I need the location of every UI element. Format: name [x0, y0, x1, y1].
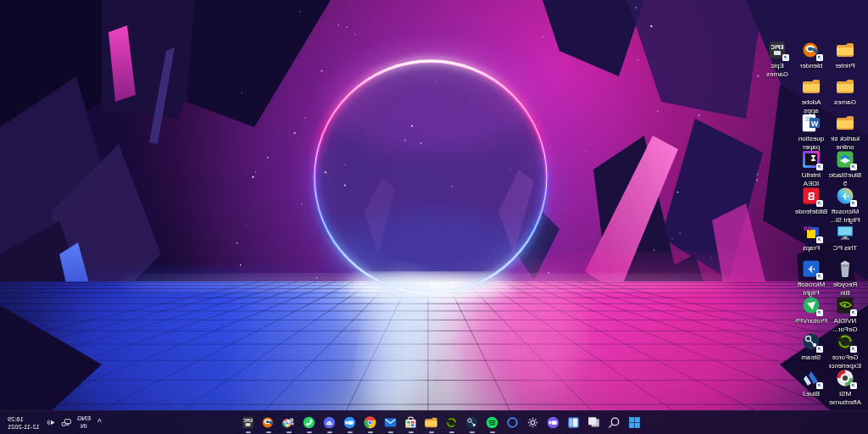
- desktop-icon-adobe-apps[interactable]: Adobe apps: [795, 76, 827, 114]
- shortcut-arrow-badge: [850, 382, 857, 389]
- desktop-icon-epic-games-launcher[interactable]: EPICEpic Games Launcher: [761, 40, 793, 79]
- volume-icon[interactable]: [45, 417, 56, 428]
- language-indicator[interactable]: ENG IN: [77, 415, 91, 430]
- spotify-button[interactable]: [482, 411, 503, 434]
- microsoft-store-button[interactable]: [401, 411, 421, 434]
- desktop-icon-question-paper-debe[interactable]: Wquestion paper debe...: [795, 113, 827, 152]
- nvidia-icon: [835, 295, 855, 315]
- shortcut-arrow-badge: [850, 346, 857, 353]
- msi-icon: [835, 368, 855, 388]
- blender-button[interactable]: [259, 411, 279, 434]
- bluej-icon: [801, 368, 821, 388]
- running-indicator: [266, 431, 271, 433]
- desktop-icon-msi-afterburner[interactable]: MSI Afterburner: [829, 368, 861, 406]
- geforce-button[interactable]: [442, 411, 462, 434]
- desktop-icon-games[interactable]: Games: [829, 76, 861, 107]
- desktop-icon-this-pc[interactable]: This PC: [829, 222, 861, 253]
- cameraapp-icon: [547, 415, 561, 430]
- desktop-icon-label: Bitdefender: [795, 208, 827, 216]
- explorer-icon: [425, 415, 439, 430]
- shortcut-arrow-badge: [816, 346, 823, 353]
- shortcut-arrow-badge: [782, 54, 789, 61]
- steam-icon: [801, 331, 821, 352]
- desktop-icon-label: Games: [829, 98, 861, 107]
- desktop-icon-recycle-bin[interactable]: Recycle Bin: [829, 259, 861, 297]
- geforce-icon: [835, 331, 855, 352]
- zoom-button[interactable]: [340, 411, 360, 434]
- widgets-icon: [567, 415, 581, 430]
- settings-button[interactable]: [523, 411, 543, 434]
- system-tray: ^ ENG IN 16:29 12-11-2021: [2, 411, 108, 434]
- folder-icon: [801, 76, 821, 97]
- desktop-icon-steam[interactable]: Steam: [795, 331, 827, 362]
- desktop-icon-blender[interactable]: blender: [795, 40, 827, 70]
- camera-app-button[interactable]: [543, 411, 564, 434]
- folder-icon: [835, 40, 855, 60]
- desktop-icon-bluej[interactable]: BlueJ: [795, 368, 827, 398]
- blender-icon: [262, 415, 276, 430]
- chrome-button[interactable]: [360, 411, 381, 434]
- running-indicator: [307, 431, 312, 433]
- network-icon[interactable]: [61, 417, 72, 428]
- svg-text:W: W: [810, 120, 818, 128]
- desktop-icon-intellij-idea-communi[interactable]: IntelliJ IDEA Communi...: [795, 149, 827, 188]
- epic-games-button[interactable]: EPIC: [238, 411, 259, 434]
- desktop-icon-bluestacks-5[interactable]: BlueStacks 5: [829, 149, 861, 187]
- taskview-icon: [587, 415, 602, 430]
- task-view-button[interactable]: [584, 411, 604, 434]
- svg-text:EPIC: EPIC: [771, 44, 783, 50]
- search-button[interactable]: [604, 411, 625, 434]
- desktop-icon-microsoft-flight-simu[interactable]: ✈Microsoft Flight Simu...: [795, 259, 827, 298]
- mail-icon: [384, 415, 398, 430]
- desktop-icon-label: This PC: [829, 244, 861, 253]
- desktop-icon-fraps[interactable]: 99Fraps: [795, 222, 827, 253]
- search-icon: [608, 415, 622, 430]
- file-explorer-button[interactable]: [421, 411, 442, 434]
- desktop-icon-microsoft-flight-si[interactable]: ✈Microsoft Flight Si...: [829, 186, 861, 224]
- clock-time: 16:29: [8, 415, 40, 423]
- desktop-icon-protonvpn[interactable]: ProtonVPN: [795, 295, 827, 326]
- desktop-icon-geforce-experience[interactable]: GeForce Experience: [829, 331, 861, 370]
- mail-button[interactable]: [381, 411, 401, 434]
- widgets-button[interactable]: [564, 411, 584, 434]
- shortcut-arrow-badge: [850, 309, 857, 316]
- shortcut-arrow-badge: [850, 164, 857, 170]
- desktop-icon-nvidia-gefor[interactable]: NVIDIA GeFor...: [829, 295, 861, 333]
- gearsapp-icon: [282, 415, 297, 430]
- taskbar-app-icons: EPIC: [238, 411, 645, 434]
- discord-button[interactable]: [320, 411, 340, 434]
- whatsapp-icon: [303, 415, 317, 430]
- desktop-icon-printer[interactable]: Printer: [829, 40, 861, 70]
- running-indicator: [470, 431, 475, 433]
- discord-icon: [323, 415, 337, 430]
- running-indicator: [246, 431, 251, 433]
- desktop-icon-bitdefender[interactable]: BBitdefender: [795, 186, 827, 216]
- mirrored-ui-layer: PrinterGameskartick sir online classBlue…: [0, 0, 868, 434]
- clock-date: 12-11-2021: [8, 423, 40, 431]
- shortcut-arrow-badge: [816, 236, 823, 243]
- epic-icon: EPIC: [242, 415, 256, 430]
- desktop-icon-area: PrinterGameskartick sir online classBlue…: [0, 0, 868, 411]
- desktop-icon-kartick-sir-online-class[interactable]: kartick sir online class: [829, 113, 861, 152]
- gears-app-button[interactable]: [279, 411, 299, 434]
- fraps-icon: 99: [801, 222, 821, 242]
- steam-button[interactable]: [462, 411, 482, 434]
- thispc-icon: [835, 222, 855, 242]
- hidden-icons-chevron[interactable]: ^: [96, 419, 103, 427]
- zoomapp-icon: [343, 415, 358, 430]
- shortcut-arrow-badge: [816, 309, 823, 316]
- start-button[interactable]: [625, 411, 645, 434]
- shortcut-arrow-badge: [850, 200, 857, 207]
- start-icon: [628, 415, 643, 430]
- taskbar: EPIC ^ ENG IN 16:29 12-11-2021: [0, 410, 868, 434]
- bitdefender-icon: B: [801, 186, 821, 206]
- blender-icon: [801, 40, 821, 60]
- taskbar-clock[interactable]: 16:29 12-11-2021: [6, 415, 40, 431]
- bluestacks-icon: [835, 149, 855, 170]
- svg-text:✈: ✈: [841, 191, 849, 203]
- desktop-icon-label: BlueJ: [795, 390, 827, 398]
- whatsapp-button[interactable]: [299, 411, 320, 434]
- svg-text:99: 99: [804, 225, 811, 232]
- msfs_blue-icon: ✈: [801, 259, 821, 279]
- ring-app-button[interactable]: [503, 411, 523, 434]
